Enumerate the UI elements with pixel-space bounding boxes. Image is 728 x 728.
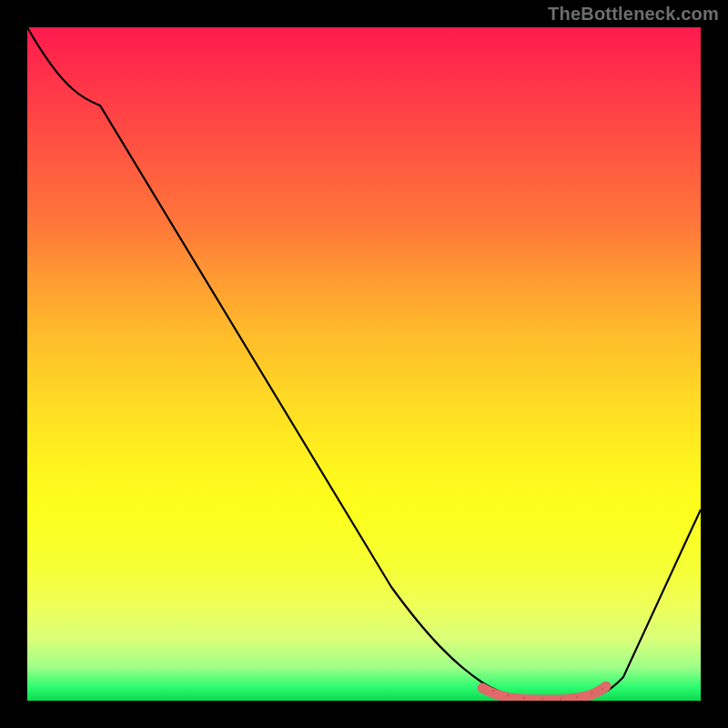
watermark-text: TheBottleneck.com	[548, 4, 719, 25]
curve-layer	[27, 27, 701, 701]
plot-area	[27, 27, 701, 701]
svg-point-1	[507, 694, 509, 696]
optimal-range-highlight	[482, 686, 606, 700]
svg-point-3	[541, 698, 543, 700]
chart-frame: TheBottleneck.com	[0, 0, 728, 728]
svg-point-0	[492, 690, 494, 692]
svg-point-4	[560, 698, 561, 700]
svg-point-5	[576, 696, 578, 698]
svg-point-6	[591, 693, 592, 694]
svg-point-2	[523, 697, 525, 699]
svg-point-7	[602, 688, 603, 690]
bottleneck-curve	[27, 27, 701, 700]
